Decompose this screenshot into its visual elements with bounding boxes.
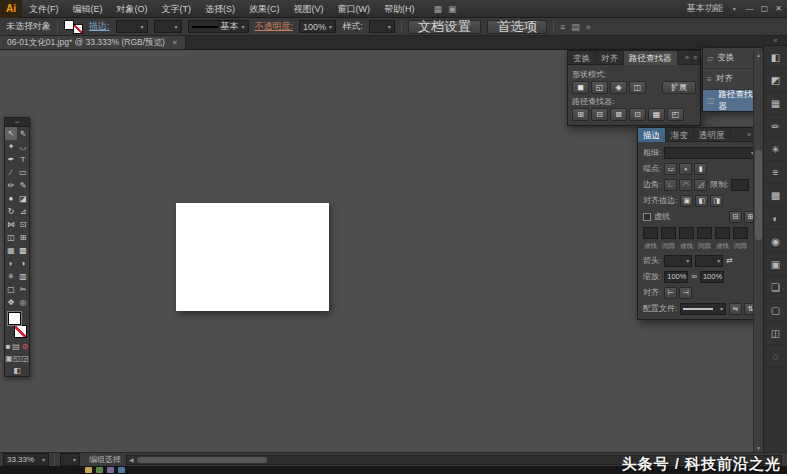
- graphic-styles-panel-icon[interactable]: ▣: [764, 253, 787, 276]
- artboard-tool[interactable]: ▢: [5, 283, 17, 296]
- stroke-inside-button[interactable]: ◧: [695, 195, 708, 207]
- rectangle-tool[interactable]: ▭: [17, 166, 29, 179]
- magic-wand-tool[interactable]: ✦: [5, 140, 17, 153]
- taskbar-icon[interactable]: [85, 467, 92, 473]
- bridge-icon[interactable]: ▦: [434, 4, 443, 14]
- color-button[interactable]: ■: [6, 342, 11, 351]
- menu-item[interactable]: 文字(T): [155, 0, 199, 18]
- arrow-start-dropdown[interactable]: ▾: [664, 255, 692, 267]
- projecting-cap-button[interactable]: ▮: [694, 163, 707, 175]
- arrow-end-dropdown[interactable]: ▾: [695, 255, 723, 267]
- vertical-scrollbar[interactable]: ▲ ▼: [753, 50, 763, 452]
- eraser-tool[interactable]: ◪: [17, 192, 29, 205]
- scroll-up-icon[interactable]: ▲: [754, 50, 763, 59]
- artboard-canvas[interactable]: [176, 203, 329, 311]
- collapse-icon[interactable]: »: [685, 54, 689, 61]
- gradient-tool[interactable]: ▩: [17, 244, 29, 257]
- minus-front-button[interactable]: ◱: [591, 81, 608, 94]
- miter-limit-field[interactable]: [731, 179, 749, 191]
- horizontal-scroll-thumb[interactable]: [137, 457, 267, 463]
- width-tool[interactable]: ⋈: [5, 218, 17, 231]
- selection-tool[interactable]: ↖: [5, 127, 17, 140]
- menu-item[interactable]: 窗口(W): [331, 0, 378, 18]
- gap-field[interactable]: [733, 227, 748, 239]
- artboard-nav-dropdown[interactable]: ▾: [60, 453, 80, 466]
- expand-dock-icon[interactable]: «: [764, 36, 787, 46]
- dash-field[interactable]: [643, 227, 658, 239]
- merge-button[interactable]: ⊠: [610, 108, 627, 121]
- arrow-scale-start-field[interactable]: 100%: [664, 271, 688, 283]
- scroll-left-icon[interactable]: ◀: [129, 456, 134, 463]
- dashed-line-checkbox[interactable]: [643, 213, 651, 221]
- zoom-dropdown[interactable]: 33.33% ▾: [3, 453, 49, 466]
- tools-panel-header[interactable]: ••: [5, 118, 29, 127]
- intersect-button[interactable]: ◈: [610, 81, 627, 94]
- stroke-link[interactable]: 描边:: [89, 20, 110, 33]
- more-options-icon[interactable]: »: [586, 22, 591, 32]
- preferences-button[interactable]: 首选项: [487, 20, 547, 34]
- mesh-tool[interactable]: ▦: [5, 244, 17, 257]
- close-icon[interactable]: ✕: [172, 39, 178, 47]
- link-scale-icon[interactable]: ∞: [691, 272, 697, 281]
- menu-item[interactable]: 文件(F): [22, 0, 66, 18]
- links-panel-icon[interactable]: ◫: [764, 322, 787, 345]
- stroke-color-swatch[interactable]: [14, 325, 27, 338]
- gap-field[interactable]: [697, 227, 712, 239]
- blob-brush-tool[interactable]: ●: [5, 192, 17, 205]
- opacity-link[interactable]: 不透明度:: [255, 20, 294, 33]
- symbols-panel-icon[interactable]: ✳: [764, 138, 787, 161]
- gap-field[interactable]: [661, 227, 676, 239]
- screen-mode-button[interactable]: ◧: [13, 366, 21, 375]
- swatches-panel-icon[interactable]: ▦: [764, 92, 787, 115]
- swap-arrowheads-icon[interactable]: ⇄: [726, 256, 733, 265]
- document-tab[interactable]: 06-01文化01.jpg* @ 33.333% (RGB/预览) ✕: [0, 36, 186, 49]
- perspective-grid-tool[interactable]: ⊞: [17, 231, 29, 244]
- panel-tab[interactable]: 变换: [568, 51, 596, 65]
- column-graph-tool[interactable]: ▥: [17, 270, 29, 283]
- stroke-weight-dropdown[interactable]: ▾: [116, 20, 148, 33]
- navigator-panel-icon[interactable]: ◌: [764, 345, 787, 368]
- pencil-tool[interactable]: ✎: [17, 179, 29, 192]
- symbol-sprayer-tool[interactable]: ✳: [5, 270, 17, 283]
- exclude-button[interactable]: ◫: [629, 81, 646, 94]
- opacity-dropdown[interactable]: 100% ▾: [299, 20, 336, 33]
- arrow-place-button[interactable]: ⊣: [679, 287, 692, 299]
- taskbar-icon[interactable]: [107, 467, 114, 473]
- menu-item[interactable]: 效果(C): [242, 0, 287, 18]
- type-tool[interactable]: T: [17, 153, 29, 166]
- layers-panel-icon[interactable]: ❏: [764, 276, 787, 299]
- minus-back-button[interactable]: ◰: [667, 108, 684, 121]
- menu-item[interactable]: 帮助(H): [377, 0, 422, 18]
- appearance-panel-icon[interactable]: ◉: [764, 230, 787, 253]
- divide-button[interactable]: ⊞: [572, 108, 589, 121]
- round-cap-button[interactable]: ◖: [679, 163, 692, 175]
- arrange-documents-icon[interactable]: ▣: [448, 4, 457, 14]
- weight-dropdown[interactable]: ▾: [664, 147, 757, 159]
- trim-button[interactable]: ⊟: [591, 108, 608, 121]
- panel-tab[interactable]: 渐变: [666, 128, 694, 142]
- taskbar-icon[interactable]: [118, 467, 125, 473]
- dash-field[interactable]: [679, 227, 694, 239]
- stroke-center-button[interactable]: ▣: [680, 195, 693, 207]
- artboards-panel-icon[interactable]: ▢: [764, 299, 787, 322]
- eyedropper-tool[interactable]: ◗: [5, 257, 17, 270]
- variable-width-dropdown[interactable]: ▾: [154, 20, 182, 33]
- gradient-panel-icon[interactable]: ▩: [764, 184, 787, 207]
- width-profile-dropdown[interactable]: ▾: [680, 303, 726, 315]
- miter-join-button[interactable]: ∟: [664, 179, 677, 191]
- none-button[interactable]: ⊘: [21, 342, 28, 351]
- blend-tool[interactable]: ◑: [17, 257, 29, 270]
- pen-tool[interactable]: ✒: [5, 153, 17, 166]
- shape-builder-tool[interactable]: ◫: [5, 231, 17, 244]
- taskbar-icon[interactable]: [96, 467, 103, 473]
- lasso-tool[interactable]: ◡: [17, 140, 29, 153]
- menu-item[interactable]: 选择(S): [198, 0, 242, 18]
- butt-cap-button[interactable]: ▭: [664, 163, 677, 175]
- brushes-panel-icon[interactable]: ✏: [764, 115, 787, 138]
- panel-menu-icon[interactable]: ≡: [693, 54, 697, 61]
- fill-color-swatch[interactable]: [8, 312, 21, 325]
- paintbrush-tool[interactable]: ✏: [5, 179, 17, 192]
- slice-tool[interactable]: ✂: [17, 283, 29, 296]
- close-button[interactable]: ✕: [775, 4, 782, 13]
- panel-tab[interactable]: 对齐: [596, 51, 624, 65]
